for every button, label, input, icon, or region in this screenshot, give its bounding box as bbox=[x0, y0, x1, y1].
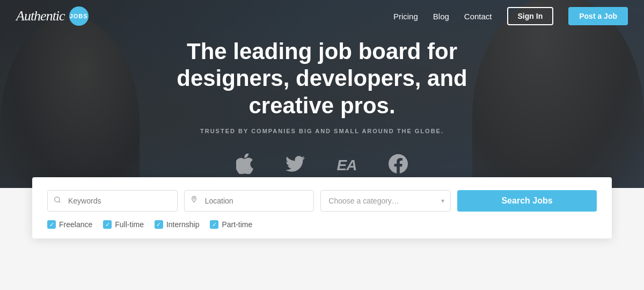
navbar: Authentic JOBS Pricing Blog Contact Sign… bbox=[0, 0, 644, 32]
nav-link-blog[interactable]: Blog bbox=[433, 12, 449, 21]
checkbox-freelance: ✓ bbox=[47, 220, 56, 229]
page-wrapper: Authentic JOBS Pricing Blog Contact Sign… bbox=[0, 0, 644, 290]
filter-freelance-label: Freelance bbox=[59, 220, 92, 229]
signin-button[interactable]: Sign In bbox=[507, 7, 554, 25]
search-container: Choose a category… Design Development Ma… bbox=[32, 177, 612, 238]
location-input-wrap bbox=[184, 190, 314, 212]
hero-logos: EA bbox=[134, 154, 510, 177]
filter-internship[interactable]: ✓ Internship bbox=[155, 220, 199, 229]
brand: Authentic JOBS bbox=[16, 6, 89, 26]
svg-line-1 bbox=[59, 201, 61, 203]
category-select[interactable]: Choose a category… Design Development Ma… bbox=[320, 190, 451, 212]
check-icon-3: ✓ bbox=[156, 222, 161, 228]
nav-link-contact[interactable]: Contact bbox=[464, 12, 492, 21]
keywords-input[interactable] bbox=[47, 190, 178, 212]
svg-point-2 bbox=[193, 198, 195, 199]
category-select-wrap: Choose a category… Design Development Ma… bbox=[320, 190, 451, 212]
filter-parttime[interactable]: ✓ Part-time bbox=[210, 220, 252, 229]
nav-link-pricing[interactable]: Pricing bbox=[393, 12, 418, 21]
brand-name: Authentic bbox=[16, 8, 65, 24]
search-jobs-button[interactable]: Search Jobs bbox=[457, 190, 597, 212]
check-icon: ✓ bbox=[49, 222, 54, 228]
post-job-button[interactable]: Post a Job bbox=[568, 7, 628, 25]
svg-point-0 bbox=[55, 197, 60, 202]
search-icon bbox=[54, 196, 61, 206]
search-row: Choose a category… Design Development Ma… bbox=[47, 190, 597, 212]
filter-fulltime-label: Full-time bbox=[115, 220, 144, 229]
location-input[interactable] bbox=[184, 190, 314, 212]
checkbox-internship: ✓ bbox=[155, 220, 163, 229]
check-icon-2: ✓ bbox=[105, 222, 110, 228]
filter-internship-label: Internship bbox=[166, 220, 199, 229]
facebook-logo-icon bbox=[389, 154, 408, 176]
checkbox-fulltime: ✓ bbox=[103, 220, 112, 229]
hero-title: The leading job board for designers, dev… bbox=[134, 38, 510, 119]
hero-content: The leading job board for designers, dev… bbox=[123, 38, 521, 177]
hero-section: Authentic JOBS Pricing Blog Contact Sign… bbox=[0, 0, 644, 199]
nav-links: Pricing Blog Contact Sign In Post a Job bbox=[393, 7, 628, 25]
filter-row: ✓ Freelance ✓ Full-time ✓ Internship ✓ bbox=[47, 220, 597, 229]
hero-subtitle: TRUSTED BY COMPANIES BIG AND SMALL AROUN… bbox=[134, 128, 510, 134]
twitter-logo-icon bbox=[286, 154, 305, 176]
keywords-input-wrap bbox=[47, 190, 178, 212]
checkbox-parttime: ✓ bbox=[210, 220, 218, 229]
filter-fulltime[interactable]: ✓ Full-time bbox=[103, 220, 144, 229]
jobs-badge: JOBS bbox=[69, 6, 89, 26]
ea-logo-icon: EA bbox=[337, 158, 357, 173]
apple-logo-icon bbox=[236, 154, 253, 177]
check-icon-4: ✓ bbox=[212, 222, 217, 228]
location-icon bbox=[191, 195, 197, 206]
filter-freelance[interactable]: ✓ Freelance bbox=[47, 220, 92, 229]
filter-parttime-label: Part-time bbox=[222, 220, 252, 229]
